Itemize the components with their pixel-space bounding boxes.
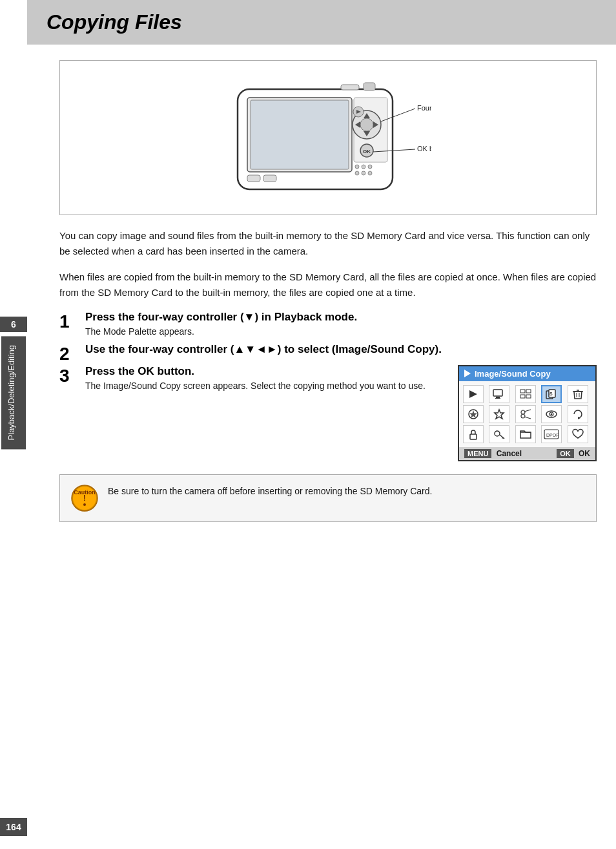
svg-rect-29 bbox=[495, 398, 500, 399]
dialog-icon-star2 bbox=[489, 405, 509, 423]
step-2-content: Use the four-way controller (▲▼◄►) to se… bbox=[85, 343, 597, 359]
svg-rect-14 bbox=[341, 85, 359, 90]
dialog-icon-rotate bbox=[568, 405, 588, 423]
svg-rect-30 bbox=[520, 390, 525, 393]
step-1-number: 1 bbox=[59, 311, 85, 333]
page-header: Copying Files bbox=[27, 0, 616, 45]
page-title: Copying Files bbox=[46, 10, 597, 34]
svg-point-45 bbox=[521, 414, 525, 418]
svg-point-53 bbox=[495, 431, 500, 436]
sidebar: 6 Playback/Deleting/Editing 164 bbox=[0, 0, 27, 849]
svg-marker-42 bbox=[469, 410, 477, 418]
step-3-desc: The Image/Sound Copy screen appears. Sel… bbox=[85, 381, 447, 391]
svg-text:S: S bbox=[549, 392, 553, 396]
caution-badge-icon: Caution ! bbox=[70, 484, 99, 512]
dialog-icon-star bbox=[463, 405, 484, 423]
description-para1: You can copy image and sound files from … bbox=[59, 228, 597, 259]
dialog-menu-label: MENU bbox=[464, 449, 491, 458]
dialog-icon-grid bbox=[515, 385, 536, 403]
dialog-icon-copy-highlighted: S bbox=[541, 385, 562, 403]
dialog-icon-eye bbox=[541, 405, 562, 423]
svg-point-50 bbox=[551, 413, 553, 415]
dialog-footer: MENU Cancel OK OK bbox=[459, 447, 595, 460]
callout-ok: OK button bbox=[417, 145, 431, 152]
svg-rect-33 bbox=[526, 395, 531, 398]
chapter-number: 6 bbox=[0, 317, 27, 332]
step-2-number: 2 bbox=[59, 343, 85, 365]
svg-marker-26 bbox=[469, 390, 477, 398]
svg-point-19 bbox=[362, 165, 365, 169]
step-1-content: Press the four-way controller (▼) in Pla… bbox=[85, 311, 597, 337]
step-2-title: Use the four-way controller (▲▼◄►) to se… bbox=[85, 343, 597, 356]
chapter-label: Playback/Deleting/Editing bbox=[1, 336, 26, 449]
dialog-play-icon bbox=[464, 370, 471, 377]
image-sound-copy-dialog: Image/Sound Copy S bbox=[458, 365, 597, 461]
svg-point-22 bbox=[362, 171, 365, 175]
main-content: Copying Files bbox=[27, 0, 616, 849]
dialog-icon-monitor bbox=[489, 385, 509, 403]
step-3-title: Press the OK button. bbox=[85, 365, 447, 378]
svg-rect-52 bbox=[470, 434, 477, 439]
camera-diagram: OK bbox=[59, 60, 597, 215]
dialog-ok-label: OK bbox=[579, 449, 590, 458]
svg-text:DPOF: DPOF bbox=[546, 433, 559, 437]
dialog-icons-grid: S bbox=[459, 381, 595, 447]
step-2-container: 2 Use the four-way controller (▲▼◄►) to … bbox=[59, 343, 597, 365]
svg-point-44 bbox=[521, 410, 525, 414]
svg-rect-28 bbox=[496, 397, 500, 398]
svg-marker-43 bbox=[495, 410, 504, 419]
step-2: 2 Use the four-way controller (▲▼◄►) to … bbox=[59, 343, 597, 365]
step-1-desc: The Mode Palette appears. bbox=[85, 326, 597, 337]
svg-point-21 bbox=[355, 171, 359, 175]
svg-point-23 bbox=[368, 171, 372, 175]
svg-rect-31 bbox=[526, 390, 531, 393]
dialog-icon-trash bbox=[568, 385, 588, 403]
camera-svg-container: OK bbox=[73, 74, 583, 202]
dialog-cancel-section: MENU Cancel bbox=[464, 449, 522, 458]
dialog-cancel-label: Cancel bbox=[497, 449, 522, 458]
svg-line-46 bbox=[524, 410, 531, 412]
dialog-icon-key bbox=[489, 425, 509, 443]
dialog-icon-lock bbox=[463, 425, 484, 443]
dialog-ok-key-label: OK bbox=[557, 449, 574, 458]
page-number: 164 bbox=[0, 818, 27, 836]
dialog-icon-folder bbox=[515, 425, 536, 443]
caution-icon: Caution ! bbox=[70, 484, 99, 512]
camera-illustration: OK bbox=[225, 73, 431, 202]
svg-rect-27 bbox=[493, 390, 502, 396]
svg-line-47 bbox=[524, 417, 531, 419]
svg-point-18 bbox=[355, 165, 359, 169]
svg-rect-16 bbox=[247, 175, 260, 182]
svg-rect-2 bbox=[251, 100, 349, 169]
svg-rect-32 bbox=[520, 395, 525, 398]
svg-text:!: ! bbox=[83, 493, 86, 503]
svg-rect-15 bbox=[364, 83, 375, 90]
description-para2: When files are copied from the built-in … bbox=[59, 269, 597, 300]
dialog-icon-play bbox=[463, 385, 484, 403]
content-area: OK bbox=[27, 60, 616, 522]
dialog-title: Image/Sound Copy bbox=[475, 369, 551, 379]
dialog-ok-section: OK OK bbox=[557, 449, 590, 458]
caution-box: Caution ! Be sure to turn the camera off… bbox=[59, 474, 597, 522]
step-3-number: 3 bbox=[59, 365, 85, 387]
step-3-content: Press the OK button. The Image/Sound Cop… bbox=[85, 365, 447, 391]
dialog-title-bar: Image/Sound Copy bbox=[459, 366, 595, 381]
dialog-icon-scissors bbox=[515, 405, 536, 423]
dialog-icon-dpof: DPOF bbox=[541, 425, 562, 443]
svg-point-20 bbox=[368, 165, 372, 169]
step-1: 1 Press the four-way controller (▼) in P… bbox=[59, 311, 597, 337]
step-3-row: 3 Press the OK button. The Image/Sound C… bbox=[59, 365, 597, 461]
svg-point-63 bbox=[83, 503, 86, 506]
svg-point-5 bbox=[360, 118, 373, 131]
svg-text:OK: OK bbox=[363, 149, 371, 154]
caution-text: Be sure to turn the camera off before in… bbox=[108, 484, 432, 498]
svg-rect-17 bbox=[263, 175, 276, 182]
step-3: 3 Press the OK button. The Image/Sound C… bbox=[59, 365, 447, 391]
step-1-title: Press the four-way controller (▼) in Pla… bbox=[85, 311, 597, 324]
dialog-icon-heart bbox=[568, 425, 588, 443]
callout-four-way: Four-way controller bbox=[417, 104, 431, 112]
